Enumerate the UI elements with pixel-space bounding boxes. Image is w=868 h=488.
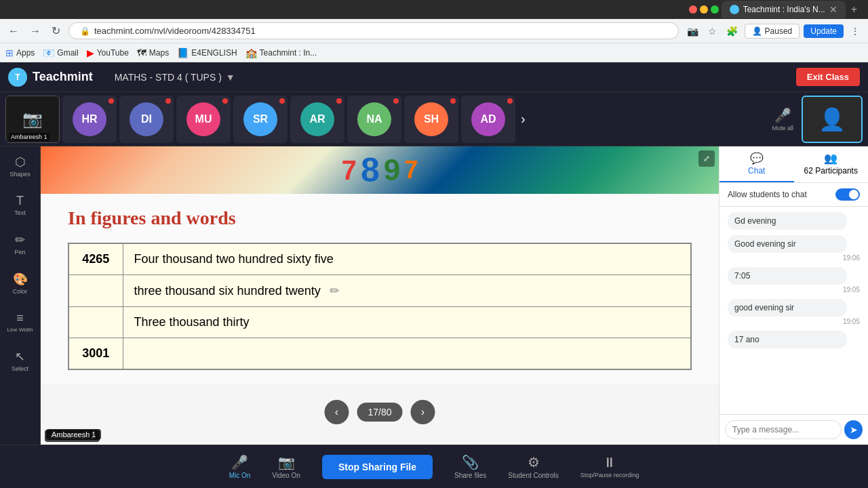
back-btn[interactable]: ← (5, 22, 22, 40)
table-cell-num-3: 3001 (68, 338, 123, 370)
self-video-label: Ambareesh 1 (9, 133, 50, 141)
line-width-icon: ≡ (16, 311, 24, 325)
dropdown-icon[interactable]: ▼ (226, 72, 235, 83)
bottom-tooltip: Ambareesh 1 (46, 429, 101, 440)
chat-msg-time-1: 19:06 (843, 254, 860, 262)
table-cell-num-0: 4265 (68, 243, 123, 275)
bookmark-teachmint[interactable]: 🏫 Teachmint : In... (245, 47, 317, 58)
chat-input[interactable] (725, 420, 842, 439)
text-tool[interactable]: T Text (12, 191, 28, 219)
chat-tab[interactable]: 💬 Chat (719, 146, 794, 182)
slide-header: 7 8 9 7 (41, 146, 719, 194)
table-cell-num-1 (68, 275, 123, 307)
participant-card-0[interactable]: HR (62, 96, 117, 143)
stop-pause-recording-button[interactable]: ⏸ Stop/Pause recording (570, 451, 650, 483)
participant-card-5[interactable]: NA (347, 96, 401, 143)
reload-btn[interactable]: ↻ (49, 22, 63, 40)
table-row-1: three thousand six hundred twenty ✏ (68, 275, 691, 307)
chat-send-button[interactable]: ➤ (844, 420, 863, 439)
bookmark-youtube[interactable]: ▶ YouTube (87, 47, 129, 58)
select-tool[interactable]: ↖ Select (9, 346, 31, 375)
table-cell-text-2: Three thousand thirty (123, 307, 691, 338)
red-dot-4 (336, 98, 342, 104)
shapes-tool[interactable]: ⬡ Shapes (7, 152, 33, 180)
prev-slide-btn[interactable]: ‹ (324, 400, 349, 424)
logo-area: T Teachmint (8, 68, 93, 87)
app-header: T Teachmint MATHS - STD 4 ( TUPS ) ▼ Exi… (0, 62, 868, 92)
mute-all-button[interactable]: 🎤 Mute all (766, 104, 799, 134)
extensions-icon[interactable]: 🧩 (724, 23, 741, 39)
chat-msg-text-0: Gd evening (728, 212, 847, 230)
avatar-0: HR (73, 102, 106, 136)
pen-tool[interactable]: ✏ Pen (12, 230, 28, 258)
slide-body: In figures and words 4265 Four thousand … (41, 194, 719, 384)
mic-icon: 🎤 (231, 454, 248, 470)
num-9: 9 (384, 153, 400, 187)
more-participants-btn[interactable]: › (518, 111, 528, 127)
participants-row: 📷 Ambareesh 1 HR DI MU SR (0, 92, 868, 146)
share-files-button[interactable]: 📎 Share files (443, 450, 497, 483)
participant-card-3[interactable]: SR (233, 96, 288, 143)
chat-msg-1: Good evening sir 19:06 (728, 235, 860, 262)
bookmark-apps[interactable]: ⊞ Apps (5, 47, 35, 58)
menu-icon[interactable]: ⋮ (848, 23, 863, 39)
table-cell-text-1: three thousand six hundred twenty ✏ (123, 275, 691, 307)
address-bar[interactable]: 🔒 teachmint.com/nvl/videoroom/428334751 (68, 22, 679, 39)
allow-chat-toggle[interactable] (835, 188, 860, 201)
main-area: ⬡ Shapes T Text ✏ Pen 🎨 Color ≡ Line Wid… (0, 146, 868, 445)
participant-card-7[interactable]: AD (461, 96, 515, 143)
avatar-3: SR (243, 102, 277, 136)
bookmark-gmail[interactable]: 📧 Gmail (43, 47, 78, 58)
stop-sharing-file-button[interactable]: Stop Sharing File (322, 455, 433, 479)
num-extra: 7 (404, 156, 418, 184)
line-width-tool[interactable]: ≡ Line Width (5, 308, 36, 336)
text-icon: T (16, 194, 24, 208)
paused-button[interactable]: 👤 Paused (745, 24, 800, 39)
mic-button[interactable]: 🎤 Mic On (218, 450, 262, 483)
participant-card-1[interactable]: DI (119, 96, 174, 143)
active-tab[interactable]: Teachmint : India's N... ✕ (722, 1, 846, 18)
chat-msg-time-2: 19:05 (843, 286, 860, 293)
slide-table: 4265 Four thousand two hundred sixty fiv… (68, 243, 692, 370)
star-icon[interactable]: ☆ (705, 23, 719, 39)
allow-chat-label: Allow students to chat (728, 190, 807, 199)
red-dot-3 (279, 98, 285, 104)
slide-title: In figures and words (68, 207, 692, 229)
participants-tab[interactable]: 👥 62 Participants (794, 146, 869, 182)
chat-msg-3: good evening sir 19:05 (728, 299, 860, 325)
student-controls-button[interactable]: ⚙ Student Controls (497, 450, 570, 483)
new-tab-btn[interactable]: + (846, 3, 863, 16)
color-tool[interactable]: 🎨 Color (10, 269, 31, 298)
update-button[interactable]: Update (804, 24, 844, 38)
browser-toolbar: ← → ↻ 🔒 teachmint.com/nvl/videoroom/4283… (0, 19, 868, 43)
bookmark-e4english[interactable]: 📘 E4ENGLISH (177, 47, 237, 58)
teacher-avatar: 👤 (818, 106, 846, 132)
forward-btn[interactable]: → (27, 22, 43, 40)
red-dot-2 (222, 98, 228, 104)
video-button[interactable]: 📷 Video On (261, 450, 311, 483)
participant-card-6[interactable]: SH (404, 96, 458, 143)
participant-card-4[interactable]: AR (290, 96, 344, 143)
color-icon: 🎨 (13, 272, 28, 287)
bookmarks-bar: ⊞ Apps 📧 Gmail ▶ YouTube 🗺 Maps 📘 E4ENGL… (0, 43, 868, 62)
bookmark-maps[interactable]: 🗺 Maps (137, 47, 169, 58)
bottom-toolbar: Ambareesh 1 🎤 Mic On 📷 Video On Stop Sha… (0, 445, 868, 488)
browser-chrome: Teachmint : India's N... ✕ + ← → ↻ 🔒 tea… (0, 0, 868, 62)
chat-msg-4: 17 ano (728, 331, 860, 348)
next-slide-btn[interactable]: › (411, 400, 435, 424)
camera-icon[interactable]: 📷 (684, 23, 701, 39)
chat-icon: 💬 (750, 152, 764, 165)
avatar-6: SH (414, 102, 448, 136)
toggle-thumb (849, 190, 859, 199)
num-7: 7 (342, 155, 357, 186)
chat-msg-time-3: 19:05 (843, 318, 860, 325)
video-icon: 📷 (278, 454, 295, 470)
tab-close-btn[interactable]: ✕ (829, 4, 837, 15)
left-toolbar: ⬡ Shapes T Text ✏ Pen 🎨 Color ≡ Line Wid… (0, 146, 41, 445)
expand-button[interactable]: ⤢ (698, 150, 715, 167)
red-dot-1 (165, 98, 171, 104)
participant-card-2[interactable]: MU (176, 96, 231, 143)
numbers-background: 7 8 9 7 (331, 146, 429, 194)
exit-class-button[interactable]: Exit Class (796, 68, 860, 86)
avatar-1: DI (130, 102, 163, 136)
